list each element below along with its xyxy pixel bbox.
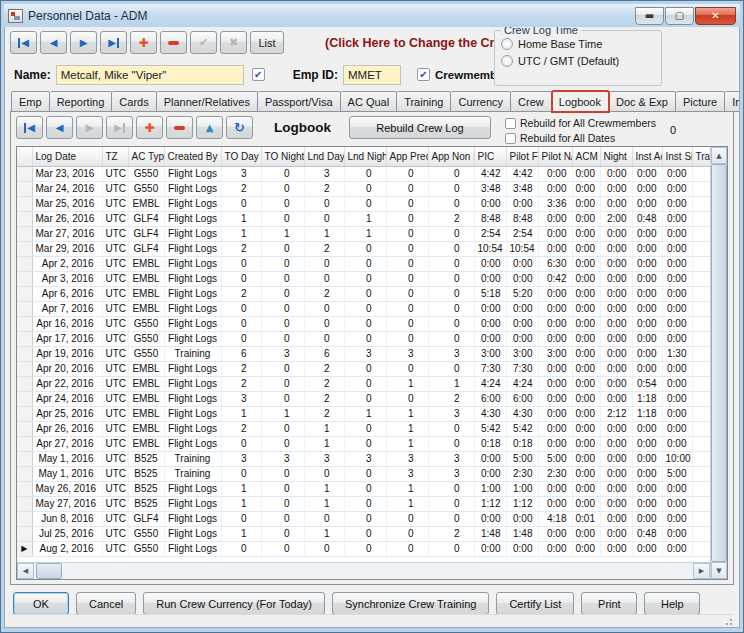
cell[interactable]: 0:00 xyxy=(572,451,600,466)
column-header-night[interactable]: Night xyxy=(600,147,632,166)
cell[interactable]: 0:00 xyxy=(474,466,506,481)
tab-picture[interactable]: Picture xyxy=(676,91,725,112)
cell[interactable]: 1 xyxy=(304,436,344,451)
cell[interactable]: 0 xyxy=(304,316,344,331)
cell[interactable]: 0 xyxy=(304,211,344,226)
cell[interactable]: 0:00 xyxy=(632,541,662,556)
cell[interactable]: 0:00 xyxy=(632,316,662,331)
cell[interactable]: 0:00 xyxy=(572,286,600,301)
cell[interactable]: 0:00 xyxy=(538,226,572,241)
table-row[interactable]: Apr 6, 2016UTCEMBLFlight Logs2020005:185… xyxy=(17,286,710,301)
cell[interactable]: 0:00 xyxy=(632,241,662,256)
cell[interactable] xyxy=(692,436,710,451)
cell[interactable]: 0:00 xyxy=(572,346,600,361)
grid-first-button[interactable]: ◀ xyxy=(16,116,43,139)
cell[interactable]: Apr 7, 2016 xyxy=(32,301,102,316)
cell[interactable]: 1 xyxy=(304,496,344,511)
titlebar[interactable]: Personnel Data - ADM ▬ ▢ ✕ xyxy=(4,4,740,27)
cell[interactable]: 0:00 xyxy=(538,526,572,541)
cell[interactable]: 4:30 xyxy=(474,406,506,421)
cell[interactable]: G550 xyxy=(128,181,164,196)
cell[interactable]: 0:00 xyxy=(632,346,662,361)
cell[interactable]: Flight Logs xyxy=(164,196,221,211)
cell[interactable]: 0 xyxy=(386,166,428,181)
cell[interactable]: 0:00 xyxy=(600,526,632,541)
cell[interactable] xyxy=(692,181,710,196)
cell[interactable]: G550 xyxy=(128,331,164,346)
cell[interactable]: 1 xyxy=(221,496,261,511)
cell[interactable]: 0 xyxy=(344,391,386,406)
cell[interactable]: 0 xyxy=(344,361,386,376)
cell[interactable]: 1 xyxy=(221,406,261,421)
cell[interactable]: 0:42 xyxy=(538,271,572,286)
cell[interactable]: 0 xyxy=(344,166,386,181)
cell[interactable]: 0:00 xyxy=(632,361,662,376)
cell[interactable]: 0:00 xyxy=(632,496,662,511)
cell[interactable]: 3 xyxy=(428,346,474,361)
cell[interactable]: 0 xyxy=(386,316,428,331)
cell[interactable] xyxy=(692,346,710,361)
cell[interactable]: 0 xyxy=(261,196,304,211)
cell[interactable]: 0:00 xyxy=(538,361,572,376)
cancel-edit-button[interactable]: ✖ xyxy=(220,31,247,54)
cell[interactable] xyxy=(692,166,710,181)
table-row[interactable]: Mar 26, 2016UTCGLF4Flight Logs1001028:48… xyxy=(17,211,710,226)
cell[interactable]: EMBL xyxy=(128,391,164,406)
cell[interactable]: 0 xyxy=(344,316,386,331)
cell[interactable]: 0 xyxy=(261,181,304,196)
cell[interactable]: Flight Logs xyxy=(164,406,221,421)
cell[interactable]: 0 xyxy=(344,526,386,541)
cell[interactable]: Flight Logs xyxy=(164,511,221,526)
cell[interactable]: 0 xyxy=(344,481,386,496)
tab-currency[interactable]: Currency xyxy=(451,91,511,112)
row-selector[interactable] xyxy=(17,331,32,346)
table-row[interactable]: Apr 16, 2016UTCG550Flight Logs0000000:00… xyxy=(17,316,710,331)
cell[interactable] xyxy=(692,256,710,271)
cell[interactable]: 0 xyxy=(428,421,474,436)
row-selector[interactable] xyxy=(17,406,32,421)
cell[interactable]: EMBL xyxy=(128,406,164,421)
cell[interactable]: 0:00 xyxy=(474,331,506,346)
column-header-app-prec[interactable]: App Prec xyxy=(386,147,428,166)
row-selector[interactable] xyxy=(17,376,32,391)
cell[interactable]: 0:00 xyxy=(600,481,632,496)
cell[interactable]: 0 xyxy=(221,301,261,316)
cell[interactable]: 0 xyxy=(428,241,474,256)
cell[interactable]: 2 xyxy=(304,376,344,391)
cell[interactable]: GLF4 xyxy=(128,511,164,526)
row-selector[interactable] xyxy=(17,436,32,451)
maximize-button[interactable]: ▢ xyxy=(665,7,694,25)
grid-prev-button[interactable]: ◀ xyxy=(46,116,73,139)
row-selector[interactable] xyxy=(17,361,32,376)
cell[interactable]: 0:00 xyxy=(474,451,506,466)
cell[interactable]: 1:18 xyxy=(632,391,662,406)
cell[interactable]: Mar 24, 2016 xyxy=(32,181,102,196)
cell[interactable]: 0 xyxy=(261,256,304,271)
cell[interactable]: 0:00 xyxy=(506,511,538,526)
cell[interactable]: EMBL xyxy=(128,376,164,391)
cell[interactable]: 0:00 xyxy=(600,346,632,361)
cell[interactable]: 3:48 xyxy=(506,181,538,196)
tab-planner-relatives[interactable]: Planner/Relatives xyxy=(157,91,258,112)
cell[interactable]: EMBL xyxy=(128,301,164,316)
minimize-button[interactable]: ▬ xyxy=(635,7,664,25)
cell[interactable]: UTC xyxy=(102,361,128,376)
cell[interactable]: 0 xyxy=(344,271,386,286)
cell[interactable]: 0:00 xyxy=(662,256,692,271)
cell[interactable]: 0 xyxy=(344,181,386,196)
cell[interactable]: 0 xyxy=(221,196,261,211)
print-button[interactable]: Print xyxy=(581,592,637,615)
grid-next-button[interactable]: ▶ xyxy=(76,116,103,139)
cell[interactable]: UTC xyxy=(102,166,128,181)
cell[interactable]: 0:00 xyxy=(600,286,632,301)
scroll-left-icon[interactable]: ◀ xyxy=(17,563,34,579)
cell[interactable]: Mar 29, 2016 xyxy=(32,241,102,256)
cell[interactable]: 2 xyxy=(304,361,344,376)
table-row[interactable]: Apr 3, 2016UTCEMBLFlight Logs0000000:000… xyxy=(17,271,710,286)
cell[interactable]: 0 xyxy=(344,496,386,511)
cell[interactable]: Apr 26, 2016 xyxy=(32,421,102,436)
cell[interactable]: 0:00 xyxy=(474,301,506,316)
cell[interactable]: 1 xyxy=(304,421,344,436)
cell[interactable]: Training xyxy=(164,466,221,481)
cell[interactable]: 0 xyxy=(344,256,386,271)
